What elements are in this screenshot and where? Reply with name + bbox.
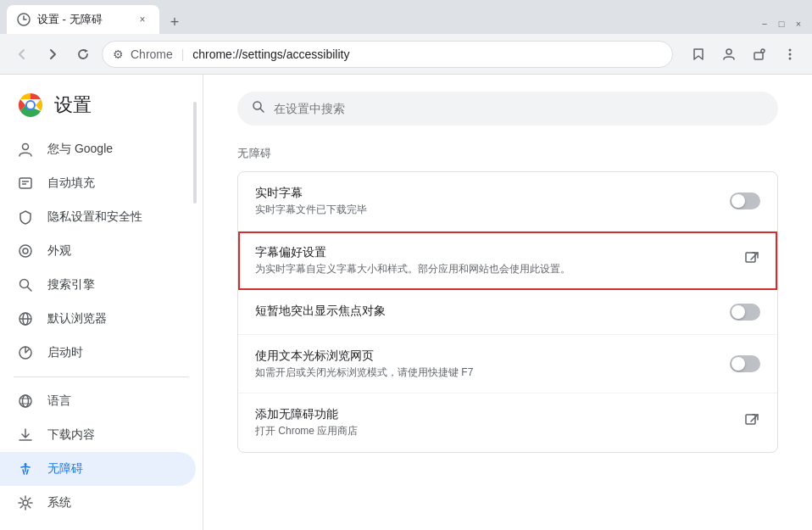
live-caption-desc: 实时字幕文件已下载完毕: [255, 203, 716, 217]
sidebar-item-autofill[interactable]: 自动填充: [0, 166, 196, 200]
sidebar-item-google[interactable]: 您与 Google: [0, 132, 196, 166]
search-input-icon: [252, 100, 265, 117]
browser-frame: 设置 - 无障碍 × + − □ × ⚙ Chrome | chrome://s…: [0, 0, 812, 530]
url-security-icon: ⚙: [113, 47, 124, 61]
main-area: 设置 您与 Google 自动填充 隐私设置和安全性: [0, 75, 812, 530]
url-text: Chrome | chrome://settings/accessibility: [131, 47, 662, 61]
add-accessibility-control[interactable]: [743, 412, 760, 433]
text-cursor-name: 使用文本光标浏览网页: [255, 349, 716, 364]
add-accessibility-desc: 打开 Chrome 应用商店: [255, 424, 730, 438]
text-cursor-toggle[interactable]: [730, 355, 760, 372]
sidebar-item-system[interactable]: 系统: [0, 486, 196, 520]
live-caption-toggle[interactable]: [730, 192, 760, 209]
sidebar-label-appearance: 外观: [47, 243, 71, 259]
live-caption-name: 实时字幕: [255, 186, 716, 201]
url-full-path: chrome://settings/accessibility: [192, 47, 349, 61]
sidebar-label-search: 搜索引擎: [47, 277, 95, 293]
appearance-icon: [17, 243, 34, 259]
sidebar-item-reset[interactable]: 重置并清理: [0, 520, 196, 530]
focus-highlight-control[interactable]: [730, 304, 760, 321]
sidebar-label-default-browser: 默认浏览器: [47, 311, 107, 326]
new-tab-button[interactable]: +: [163, 10, 186, 34]
url-scheme: Chrome: [131, 47, 173, 61]
svg-point-28: [23, 500, 28, 505]
accessibility-icon: [17, 460, 34, 477]
autofill-icon: [17, 175, 34, 192]
refresh-button[interactable]: [71, 42, 95, 66]
sidebar-item-default-browser[interactable]: 默认浏览器: [0, 302, 196, 336]
forward-button[interactable]: [41, 42, 64, 66]
sidebar-divider: [14, 377, 189, 377]
text-cursor-item[interactable]: 使用文本光标浏览网页 如需开启或关闭光标浏览模式，请使用快捷键 F7: [238, 335, 777, 394]
svg-point-2: [726, 49, 731, 54]
sidebar-item-language[interactable]: 语言: [0, 384, 196, 418]
back-button[interactable]: [10, 42, 34, 66]
focus-highlight-toggle[interactable]: [730, 304, 760, 321]
sidebar-item-startup[interactable]: 启动时: [0, 336, 196, 370]
more-button[interactable]: [778, 42, 802, 66]
svg-point-5: [789, 53, 792, 55]
profile-button[interactable]: [717, 42, 741, 66]
sidebar-item-downloads[interactable]: 下载内容: [0, 418, 196, 452]
svg-point-15: [23, 248, 28, 254]
sidebar-item-privacy[interactable]: 隐私设置和安全性: [0, 200, 196, 234]
chrome-logo: [17, 92, 44, 119]
maximize-button[interactable]: □: [775, 17, 788, 31]
add-accessibility-item[interactable]: 添加无障碍功能 打开 Chrome 应用商店: [238, 393, 777, 452]
download-icon: [17, 427, 34, 444]
caption-prefs-desc: 为实时字幕自定义字幕大小和样式。部分应用和网站也会使用此设置。: [255, 262, 730, 276]
add-accessibility-name: 添加无障碍功能: [255, 407, 730, 422]
sidebar-label-downloads: 下载内容: [47, 427, 95, 443]
svg-line-31: [260, 109, 264, 112]
tab-bar: 设置 - 无障碍 × + − □ ×: [0, 0, 812, 34]
sidebar-label-autofill: 自动填充: [47, 176, 95, 191]
svg-point-9: [27, 102, 34, 109]
minimize-button[interactable]: −: [758, 17, 771, 31]
startup-icon: [17, 344, 34, 361]
sidebar-label-language: 语言: [47, 393, 71, 409]
live-caption-text: 实时字幕 实时字幕文件已下载完毕: [255, 186, 716, 217]
sidebar-title: 设置: [54, 92, 92, 118]
svg-line-33: [751, 253, 758, 259]
window-controls: − □ ×: [758, 17, 805, 34]
caption-prefs-control[interactable]: [743, 250, 760, 271]
live-caption-control[interactable]: [730, 192, 760, 209]
active-tab[interactable]: 设置 - 无障碍 ×: [7, 5, 159, 34]
live-caption-item[interactable]: 实时字幕 实时字幕文件已下载完毕: [238, 172, 777, 232]
url-bar[interactable]: ⚙ Chrome | chrome://settings/accessibili…: [102, 41, 673, 68]
sidebar-label-startup: 启动时: [47, 345, 83, 360]
svg-rect-3: [754, 53, 763, 59]
sidebar-item-appearance[interactable]: 外观: [0, 234, 196, 268]
svg-line-17: [28, 287, 32, 292]
focus-highlight-name: 短暂地突出显示焦点对象: [255, 304, 716, 319]
tab-close-button[interactable]: ×: [136, 13, 149, 26]
add-accessibility-external-icon: [743, 416, 760, 432]
text-cursor-control[interactable]: [730, 355, 760, 372]
search-input[interactable]: [274, 102, 764, 115]
close-button[interactable]: ×: [792, 17, 805, 31]
content-area: 无障碍 实时字幕 实时字幕文件已下载完毕 字幕偏好设置: [203, 75, 812, 530]
external-link-icon: [743, 254, 760, 271]
caption-prefs-name: 字幕偏好设置: [255, 245, 730, 260]
tab-favicon: [17, 13, 31, 26]
focus-highlight-item[interactable]: 短暂地突出显示焦点对象: [238, 290, 777, 335]
bookmark-button[interactable]: [687, 42, 710, 66]
shield-icon: [17, 209, 34, 226]
search-box[interactable]: [237, 92, 778, 126]
sidebar-label-system: 系统: [47, 495, 71, 510]
accessibility-settings-card: 实时字幕 实时字幕文件已下载完毕 字幕偏好设置 为实时字幕自定义字幕大小和样式。…: [237, 171, 778, 453]
sidebar-item-accessibility[interactable]: 无障碍: [0, 452, 196, 486]
sidebar-header: 设置: [0, 85, 203, 132]
caption-prefs-item[interactable]: 字幕偏好设置 为实时字幕自定义字幕大小和样式。部分应用和网站也会使用此设置。: [238, 232, 777, 290]
url-actions: [687, 42, 802, 66]
address-bar: ⚙ Chrome | chrome://settings/accessibili…: [0, 34, 812, 75]
text-cursor-desc: 如需开启或关闭光标浏览模式，请使用快捷键 F7: [255, 365, 716, 380]
sidebar-item-search[interactable]: 搜索引擎: [0, 268, 196, 302]
sidebar-label-privacy: 隐私设置和安全性: [47, 209, 142, 225]
section-title: 无障碍: [237, 146, 778, 161]
svg-point-6: [789, 57, 792, 59]
svg-marker-1: [85, 49, 88, 53]
system-icon: [17, 494, 34, 511]
search-icon: [17, 276, 34, 293]
extensions-button[interactable]: [748, 42, 771, 66]
